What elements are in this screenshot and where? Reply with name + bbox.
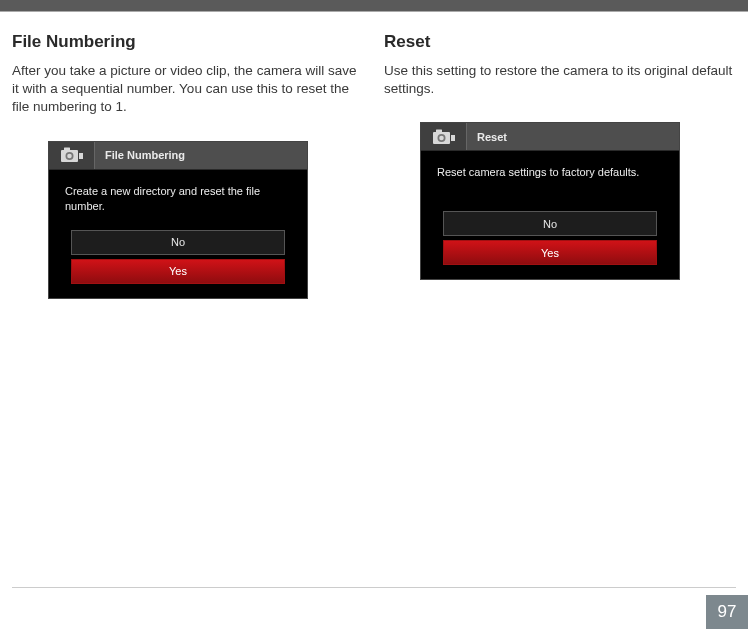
yes-button[interactable]: Yes bbox=[443, 240, 657, 265]
page-footer: 97 bbox=[12, 587, 736, 629]
page-number: 97 bbox=[706, 595, 748, 629]
yes-button[interactable]: Yes bbox=[71, 259, 285, 284]
file-numbering-heading: File Numbering bbox=[12, 32, 364, 52]
svg-rect-9 bbox=[451, 135, 455, 141]
camera-icon bbox=[49, 142, 95, 169]
right-column: Reset Use this setting to restore the ca… bbox=[384, 32, 736, 299]
dialog-header: Reset bbox=[421, 123, 679, 151]
top-bar bbox=[0, 0, 748, 12]
dialog-title: Reset bbox=[467, 123, 679, 150]
page-content: File Numbering After you take a picture … bbox=[0, 12, 748, 299]
dialog-body-text: Create a new directory and reset the fil… bbox=[49, 170, 307, 230]
svg-rect-1 bbox=[64, 148, 70, 151]
dialog-body-text: Reset camera settings to factory default… bbox=[421, 151, 679, 211]
svg-point-8 bbox=[439, 136, 444, 141]
reset-heading: Reset bbox=[384, 32, 736, 52]
dialog-header: File Numbering bbox=[49, 142, 307, 170]
no-button[interactable]: No bbox=[443, 211, 657, 236]
reset-dialog: Reset Reset camera settings to factory d… bbox=[420, 122, 680, 280]
svg-rect-6 bbox=[436, 129, 442, 132]
file-numbering-desc: After you take a picture or video clip, … bbox=[12, 62, 364, 117]
file-numbering-dialog: File Numbering Create a new directory an… bbox=[48, 141, 308, 299]
left-column: File Numbering After you take a picture … bbox=[12, 32, 364, 299]
no-button[interactable]: No bbox=[71, 230, 285, 255]
dialog-title: File Numbering bbox=[95, 142, 307, 169]
svg-rect-4 bbox=[79, 153, 83, 159]
reset-desc: Use this setting to restore the camera t… bbox=[384, 62, 736, 98]
svg-point-3 bbox=[67, 154, 72, 159]
camera-icon bbox=[421, 123, 467, 150]
